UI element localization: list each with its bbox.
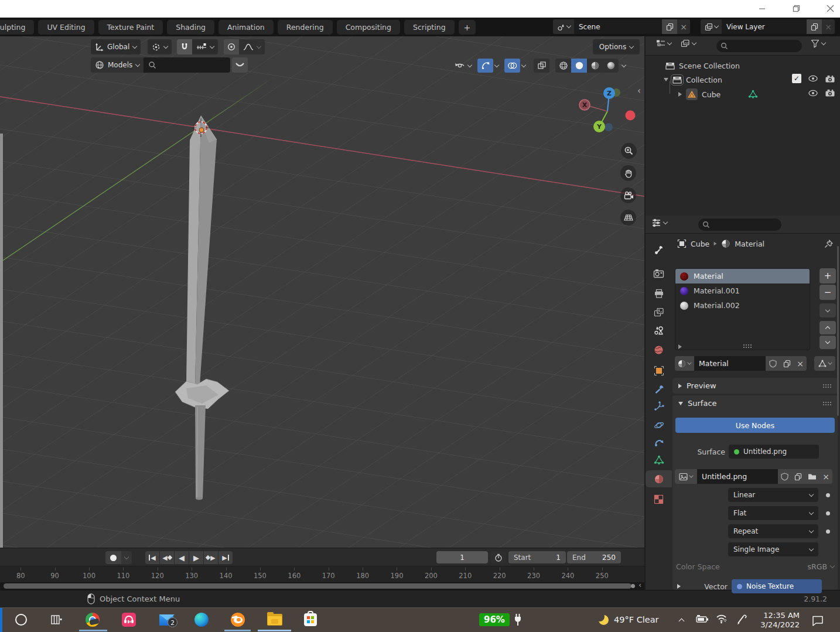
clock-widget[interactable]: 12:35 AM 3/24/2022: [759, 611, 800, 630]
xray-toggle[interactable]: [534, 59, 549, 73]
gizmo-axis-neg-z[interactable]: [605, 123, 613, 131]
asset-category-dropdown[interactable]: Models: [91, 57, 144, 73]
navigation-gizmo[interactable]: Z X Y: [577, 86, 643, 142]
gizmo-axis-x[interactable]: [626, 111, 636, 121]
tab-material[interactable]: [646, 470, 672, 487]
hide-eye-icon[interactable]: [808, 74, 818, 83]
material-slot-active[interactable]: Material: [675, 269, 810, 283]
expand-arrow-icon[interactable]: [664, 78, 668, 81]
scene-browse-button[interactable]: [553, 19, 574, 34]
list-expand-arrow[interactable]: [678, 344, 682, 349]
outliner-row-scene-collection[interactable]: Scene Collection: [665, 59, 740, 73]
timeline-scrollbar[interactable]: [4, 583, 631, 589]
properties-scrollbar[interactable]: [837, 246, 839, 416]
animate-decorator[interactable]: [826, 493, 830, 497]
minimize-icon[interactable]: [757, 3, 767, 13]
expand-arrow-icon[interactable]: [678, 92, 682, 97]
fake-user-shield-button[interactable]: [778, 469, 791, 484]
battery-percent-badge[interactable]: 96%: [479, 613, 510, 626]
use-nodes-button[interactable]: Use Nodes: [675, 418, 835, 433]
material-slot[interactable]: Material.001: [675, 283, 810, 298]
view-layer-browse-button[interactable]: [701, 19, 722, 34]
window-titlebar[interactable]: [0, 0, 840, 18]
play-reverse-button[interactable]: ◀: [175, 551, 189, 564]
view-layer-delete-button[interactable]: ×: [822, 19, 835, 34]
scene-delete-button[interactable]: ×: [677, 19, 690, 34]
proportional-editing-toggle[interactable]: [224, 39, 239, 54]
tab-texture-paint[interactable]: Texture Paint: [98, 20, 163, 35]
tab-constraints[interactable]: [646, 434, 672, 451]
mail-icon[interactable]: 2: [159, 613, 173, 627]
tab-compositing[interactable]: Compositing: [337, 20, 400, 35]
tab-sculpting[interactable]: Sculpting: [0, 20, 34, 35]
edge-icon[interactable]: [194, 613, 209, 627]
tab-animation[interactable]: Animation: [218, 20, 274, 35]
copy-datablock-button[interactable]: [791, 469, 805, 484]
blenderkit-logo-button[interactable]: [232, 57, 248, 73]
tab-view-layer[interactable]: [646, 303, 672, 320]
orthographic-grid-button[interactable]: [620, 210, 636, 226]
tab-tool[interactable]: [646, 241, 672, 258]
open-image-folder-button[interactable]: [805, 469, 819, 484]
fake-user-shield-button[interactable]: [766, 356, 780, 371]
asset-search-input[interactable]: [144, 57, 230, 73]
material-slot[interactable]: Material.002: [675, 298, 810, 313]
chrome-icon[interactable]: [86, 613, 100, 627]
snap-toggle-button[interactable]: [177, 39, 192, 54]
overlays-toggle[interactable]: [504, 59, 520, 73]
shading-wireframe-button[interactable]: [555, 59, 571, 73]
outliner-search-input[interactable]: [716, 40, 802, 52]
tab-rendering[interactable]: Rendering: [278, 20, 333, 35]
projection-dropdown[interactable]: Flat: [728, 506, 818, 520]
outliner-display-mode-dropdown[interactable]: [656, 39, 671, 48]
microsoft-store-icon[interactable]: [303, 613, 317, 627]
viewport-3d[interactable]: Global Options: [0, 36, 644, 548]
shading-material-preview-button[interactable]: [587, 59, 603, 73]
outliner-filter-dropdown[interactable]: [811, 39, 825, 48]
close-icon[interactable]: [825, 3, 835, 13]
tab-modifiers[interactable]: [646, 380, 672, 397]
material-name-field[interactable]: Material: [694, 356, 766, 371]
prev-keyframe-button[interactable]: ◀: [160, 551, 174, 564]
scene-name-field[interactable]: Scene: [574, 19, 662, 34]
view-layer-name-field[interactable]: View Layer: [722, 19, 807, 34]
outliner-row-collection[interactable]: Collection: [664, 73, 722, 87]
source-dropdown[interactable]: Single Image: [728, 542, 818, 556]
tab-shading[interactable]: Shading: [167, 20, 214, 35]
tab-object-data[interactable]: [646, 452, 672, 469]
panel-drag-grip[interactable]: [822, 384, 832, 388]
tab-object[interactable]: [646, 362, 672, 379]
options-dropdown[interactable]: Options: [593, 39, 640, 54]
move-slot-up-button[interactable]: [819, 321, 836, 334]
object-visibility-dropdown[interactable]: [455, 61, 472, 70]
tab-output[interactable]: [646, 285, 672, 302]
preview-panel-header[interactable]: Preview: [672, 378, 838, 394]
auto-keying-record-button[interactable]: [105, 551, 121, 564]
camera-view-button[interactable]: [620, 187, 636, 203]
tab-particles[interactable]: [646, 398, 672, 415]
collection-checkbox[interactable]: ✓: [792, 74, 801, 83]
tab-render[interactable]: [646, 265, 672, 282]
animate-decorator[interactable]: [826, 529, 830, 534]
material-specials-dropdown[interactable]: [819, 303, 836, 317]
tab-texture[interactable]: [646, 491, 672, 508]
tab-physics[interactable]: [646, 416, 672, 433]
pin-icon[interactable]: [824, 239, 834, 249]
jump-to-end-button[interactable]: ▶: [218, 551, 233, 564]
shading-rendered-button[interactable]: [603, 59, 619, 73]
notification-center-button[interactable]: [811, 614, 824, 626]
hide-eye-icon[interactable]: [808, 89, 818, 97]
frame-start-field[interactable]: Start1: [508, 551, 566, 563]
jump-to-start-button[interactable]: ◀: [145, 551, 159, 564]
breadcrumb-material[interactable]: Material: [735, 240, 764, 248]
timeline-collapse-arrow[interactable]: ‹: [638, 580, 641, 589]
task-view-button[interactable]: [49, 613, 63, 627]
shading-solid-button[interactable]: [571, 59, 587, 73]
browse-material-button[interactable]: [675, 356, 694, 371]
timeline-ruler[interactable]: 8090100110120130140150160170180190200210…: [0, 566, 644, 582]
render-camera-icon[interactable]: [825, 74, 835, 83]
extension-dropdown[interactable]: Repeat: [728, 524, 818, 538]
next-keyframe-button[interactable]: ▶: [204, 551, 218, 564]
scrollbar-zoom-handle[interactable]: [631, 584, 635, 588]
unlink-material-button[interactable]: ×: [794, 356, 807, 371]
